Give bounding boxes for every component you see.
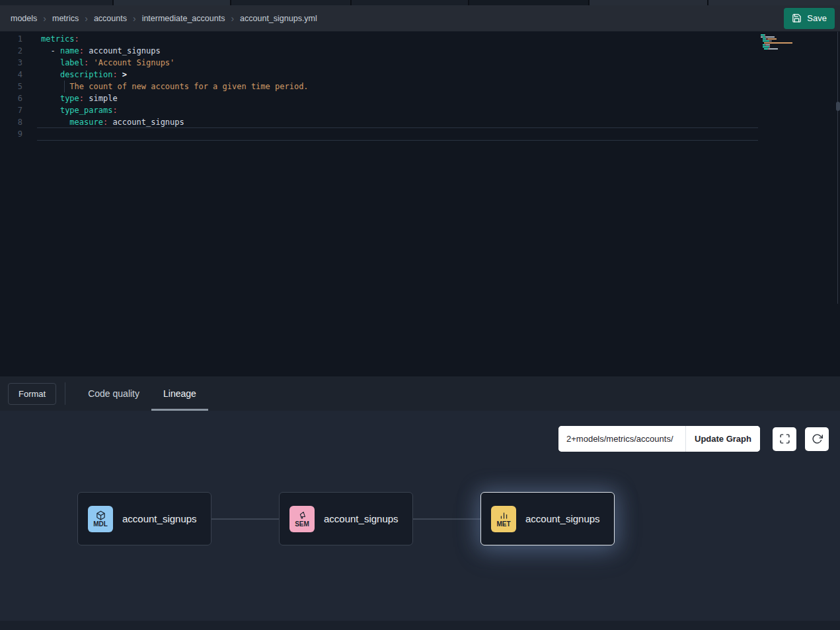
- refresh-icon: [812, 433, 823, 444]
- lineage-node-met[interactable]: METaccount_signups: [480, 492, 615, 545]
- node-badge-met: MET: [491, 506, 516, 532]
- save-button[interactable]: Save: [784, 8, 835, 29]
- code-line-text: measure: account_signups: [22, 116, 184, 128]
- fullscreen-icon: [779, 433, 790, 444]
- breadcrumb-separator: ›: [43, 14, 46, 23]
- node-label: account_signups: [525, 513, 600, 524]
- code-line-text: - name: account_signups: [22, 45, 161, 57]
- breadcrumb-item[interactable]: accounts: [94, 14, 127, 23]
- code-line[interactable]: 3 label: 'Account Signups': [0, 57, 840, 69]
- code-line-text: type: simple: [22, 92, 118, 104]
- window-tab-1[interactable]: [0, 0, 112, 5]
- panel-divider: [65, 382, 65, 405]
- breadcrumb-item[interactable]: intermediate_accounts: [142, 14, 225, 23]
- panel-tabs: Code qualityLineage: [76, 376, 208, 411]
- code-lines: 1metrics:2 - name: account_signups3 labe…: [0, 33, 840, 140]
- lineage-selector-input[interactable]: [558, 426, 685, 452]
- breadcrumb-separator: ›: [231, 14, 234, 23]
- editor-tab-strip: [0, 0, 840, 5]
- megaphone-icon: [297, 510, 307, 520]
- lineage-edge: [413, 518, 480, 520]
- refresh-button[interactable]: [805, 427, 829, 451]
- line-number: 4: [0, 69, 22, 81]
- code-line-text: metrics:: [22, 33, 79, 45]
- code-line[interactable]: 4 description: >: [0, 69, 840, 81]
- save-icon: [792, 13, 802, 23]
- breadcrumb: models›metrics›accounts›intermediate_acc…: [11, 14, 317, 23]
- window-tab-4[interactable]: [352, 0, 468, 5]
- window-tab-7[interactable]: [708, 0, 840, 5]
- line-number: 8: [0, 116, 22, 128]
- bottom-panel: Format Code qualityLineage Update Graph …: [0, 376, 840, 630]
- node-badge-sem: SEM: [289, 506, 315, 532]
- breadcrumb-bar: models›metrics›accounts›intermediate_acc…: [0, 5, 840, 32]
- line-number: 1: [0, 33, 22, 45]
- line-number: 2: [0, 45, 22, 57]
- code-line-text: description: >: [22, 69, 127, 81]
- minimap-line: [761, 46, 802, 48]
- code-line[interactable]: 7 type_params:: [0, 104, 840, 116]
- code-line[interactable]: 6 type: simple: [0, 92, 840, 104]
- code-line[interactable]: 9: [0, 128, 840, 140]
- editor-scrollbar-track: [837, 32, 838, 304]
- update-graph-button[interactable]: Update Graph: [685, 426, 760, 452]
- lineage-canvas[interactable]: Update Graph MDLaccount_signupsSEMaccoun…: [0, 411, 840, 621]
- window-tab-2[interactable]: [114, 0, 230, 5]
- cube-icon: [96, 510, 106, 520]
- bar-chart-icon: [499, 510, 509, 520]
- panel-tab-lineage[interactable]: Lineage: [151, 376, 208, 411]
- code-line-text: The count of new accounts for a given ti…: [22, 81, 309, 92]
- code-line-text: label: 'Account Signups': [22, 57, 174, 69]
- lineage-node-sem[interactable]: SEMaccount_signups: [279, 492, 413, 545]
- window-tab-6[interactable]: [590, 0, 707, 5]
- code-line[interactable]: 1metrics:: [0, 33, 840, 45]
- code-line-text: [22, 128, 41, 140]
- line-number: 3: [0, 57, 22, 69]
- minimap-line: [761, 50, 802, 52]
- line-number: 9: [0, 128, 22, 140]
- node-badge-label: MDL: [93, 521, 108, 528]
- minimap-line: [761, 38, 802, 40]
- minimap-line: [761, 48, 802, 50]
- code-editor[interactable]: 1metrics:2 - name: account_signups3 labe…: [0, 32, 840, 376]
- editor-scrollbar-thumb[interactable]: [836, 102, 840, 111]
- minimap-line: [761, 42, 802, 44]
- lineage-toolbar: Update Graph: [558, 426, 829, 452]
- format-button[interactable]: Format: [8, 383, 56, 405]
- line-number: 7: [0, 104, 22, 116]
- node-badge-label: MET: [496, 521, 510, 528]
- code-line[interactable]: 2 - name: account_signups: [0, 45, 840, 57]
- minimap-line: [761, 36, 802, 38]
- lineage-edge: [211, 518, 279, 520]
- line-number: 6: [0, 92, 22, 104]
- minimap[interactable]: [761, 34, 802, 52]
- panel-tab-code-quality[interactable]: Code quality: [76, 376, 151, 411]
- minimap-line: [761, 40, 802, 42]
- minimap-line: [761, 34, 802, 36]
- breadcrumb-item[interactable]: account_signups.yml: [240, 14, 317, 23]
- panel-header: Format Code qualityLineage: [0, 376, 840, 411]
- fullscreen-button[interactable]: [773, 427, 796, 451]
- code-line[interactable]: 5 The count of new accounts for a given …: [0, 81, 840, 92]
- breadcrumb-separator: ›: [133, 14, 136, 23]
- lineage-selector-group: Update Graph: [558, 426, 760, 452]
- line-number: 5: [0, 81, 22, 92]
- window-tab-3[interactable]: [231, 0, 350, 5]
- breadcrumb-separator: ›: [85, 14, 88, 23]
- window-tab-5[interactable]: [469, 0, 588, 5]
- node-badge-label: SEM: [295, 521, 309, 528]
- save-button-label: Save: [807, 13, 827, 23]
- node-label: account_signups: [324, 513, 399, 524]
- code-line-text: type_params:: [22, 104, 118, 116]
- node-label: account_signups: [122, 513, 197, 524]
- breadcrumb-item[interactable]: metrics: [52, 14, 79, 23]
- bottom-strip: [0, 621, 840, 630]
- lineage-node-mdl[interactable]: MDLaccount_signups: [77, 492, 211, 545]
- node-badge-mdl: MDL: [88, 506, 113, 532]
- code-line[interactable]: 8 measure: account_signups: [0, 116, 840, 128]
- minimap-line: [761, 44, 802, 46]
- breadcrumb-item[interactable]: models: [11, 14, 37, 23]
